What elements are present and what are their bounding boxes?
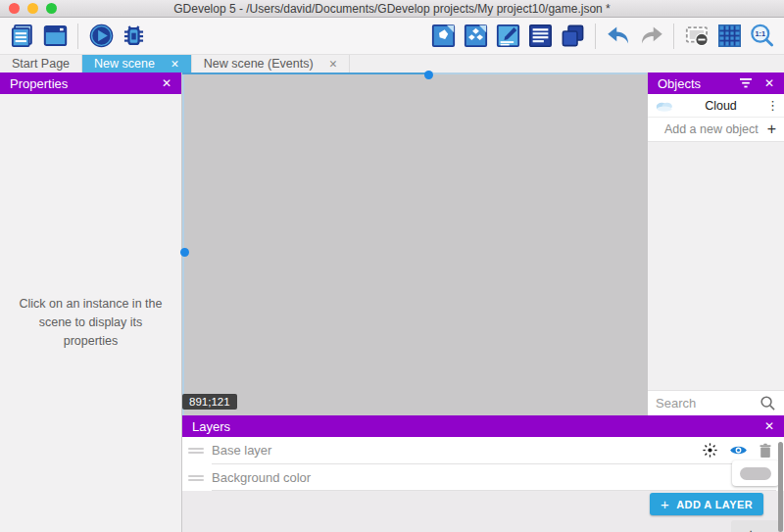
layer-name-field[interactable]: Base layer — [212, 443, 702, 458]
layer-name-field[interactable]: Background color — [212, 470, 776, 485]
objects-panel: Objects ✕ Cloud ⋮ Add a new object + — [647, 73, 784, 415]
cloud-object-thumbnail — [654, 99, 675, 112]
add-lighting-layer-button[interactable]: + — [731, 520, 779, 532]
toggle-grid-button[interactable] — [714, 22, 744, 51]
color-swatch — [740, 467, 771, 480]
debugger-button[interactable] — [119, 22, 148, 51]
layers-panel-header: Layers ✕ — [182, 415, 784, 437]
toolbar-separator — [673, 24, 674, 49]
toolbar-separator — [595, 24, 596, 49]
tab-start-page[interactable]: Start Page — [0, 55, 82, 73]
properties-empty-message: Click on an instance in the scene to dis… — [0, 94, 181, 532]
close-panel-icon[interactable]: ✕ — [764, 76, 774, 90]
bug-icon — [121, 23, 147, 49]
layer-visibility-button[interactable] — [729, 444, 748, 457]
properties-panel: Properties ✕ Click on an instance in the… — [0, 73, 182, 532]
toolbar: 1:1 — [0, 18, 784, 55]
redo-icon — [638, 23, 664, 49]
toolbar-separator — [77, 24, 78, 49]
undo-button[interactable] — [604, 22, 633, 51]
search-input[interactable] — [656, 396, 754, 411]
cursor-coordinates-badge: 891;121 — [182, 394, 237, 410]
grid-icon — [716, 23, 743, 49]
objects-editor-icon — [430, 23, 457, 49]
scene-window-border-top — [428, 73, 647, 74]
objects-panel-title: Objects — [658, 76, 701, 91]
toggle-mask-button[interactable] — [682, 22, 711, 51]
window-mask-icon — [684, 23, 710, 49]
objects-editor-button[interactable] — [428, 22, 458, 51]
add-object-label: Add a new object — [656, 122, 767, 136]
layer-effects-button[interactable] — [702, 442, 718, 459]
svg-text:1:1: 1:1 — [755, 29, 765, 38]
scrollbar-thumb[interactable] — [778, 442, 783, 532]
tab-label: New scene (Events) — [204, 57, 314, 71]
objects-panel-header: Objects ✕ — [648, 73, 784, 94]
zoom-window-button[interactable] — [46, 3, 57, 14]
effects-sun-icon — [702, 442, 718, 459]
close-window-button[interactable] — [9, 3, 20, 14]
layer-row-base: Base layer — [182, 437, 784, 464]
scene-properties-button[interactable] — [493, 22, 522, 51]
titlebar: GDevelop 5 - /Users/david/Documents/GDev… — [0, 0, 784, 18]
add-new-object-button[interactable]: Add a new object + — [648, 118, 784, 142]
plus-icon: + — [747, 525, 756, 532]
scene-window-border-top — [182, 73, 428, 74]
scene-canvas[interactable]: 891;121 — [182, 73, 647, 415]
object-name: Cloud — [675, 99, 766, 113]
objects-search-bar — [648, 390, 784, 415]
eye-icon — [729, 444, 748, 457]
tab-bar: Start Page New scene ✕ New scene (Events… — [0, 55, 784, 73]
properties-panel-header: Properties ✕ — [0, 73, 181, 94]
start-page-button[interactable] — [40, 22, 70, 51]
scene-window-border-left — [182, 74, 184, 415]
plus-icon: + — [767, 121, 776, 138]
layers-editor-button[interactable] — [558, 22, 587, 51]
preview-button[interactable] — [86, 22, 116, 51]
plus-icon: + — [661, 496, 669, 512]
redo-button[interactable] — [636, 22, 665, 51]
drag-handle-icon[interactable] — [188, 446, 204, 456]
gdevelop-window: GDevelop 5 - /Users/david/Documents/GDev… — [0, 0, 784, 532]
tab-new-scene[interactable]: New scene ✕ — [82, 55, 192, 73]
window-icon — [42, 23, 69, 49]
instances-list-button[interactable] — [525, 22, 555, 51]
drag-handle-icon[interactable] — [188, 473, 204, 483]
close-panel-icon[interactable]: ✕ — [162, 76, 172, 90]
background-color-picker[interactable] — [732, 460, 779, 486]
close-tab-icon[interactable]: ✕ — [171, 58, 179, 70]
layers-panel: Layers ✕ Base layer — [182, 415, 784, 532]
main-area: Properties ✕ Click on an instance in the… — [0, 73, 784, 532]
edit-properties-icon — [495, 23, 521, 49]
window-title: GDevelop 5 - /Users/david/Documents/GDev… — [0, 2, 784, 16]
object-groups-editor-button[interactable] — [461, 22, 490, 51]
tab-label: Start Page — [12, 57, 70, 71]
delete-layer-button[interactable] — [759, 443, 772, 459]
resize-handle[interactable] — [180, 248, 189, 257]
properties-panel-title: Properties — [10, 76, 68, 91]
add-layer-label: ADD A LAYER — [676, 499, 753, 510]
object-list-item-cloud[interactable]: Cloud ⋮ — [648, 94, 784, 118]
search-icon[interactable] — [760, 395, 776, 411]
add-layer-button[interactable]: + ADD A LAYER — [650, 493, 763, 515]
window-controls — [9, 3, 57, 14]
tab-new-scene-events[interactable]: New scene (Events) ✕ — [192, 55, 351, 73]
project-manager-button[interactable] — [8, 22, 37, 51]
layer-row-background-color: Background color — [182, 464, 784, 491]
object-menu-icon[interactable]: ⋮ — [766, 98, 778, 113]
trash-icon — [759, 443, 772, 459]
zoom-1-1-icon: 1:1 — [749, 23, 775, 49]
undo-icon — [606, 23, 632, 49]
layers-panel-footer: + ADD A LAYER + — [182, 491, 784, 532]
zoom-original-button[interactable]: 1:1 — [747, 22, 776, 51]
project-manager-icon — [10, 23, 36, 49]
tab-label: New scene — [94, 57, 155, 71]
instances-list-icon — [527, 23, 554, 49]
object-groups-icon — [463, 23, 489, 49]
close-tab-icon[interactable]: ✕ — [329, 58, 338, 70]
close-panel-icon[interactable]: ✕ — [764, 419, 774, 433]
filter-icon[interactable] — [739, 77, 753, 89]
minimize-window-button[interactable] — [27, 3, 38, 14]
objects-panel-empty-space — [648, 142, 784, 390]
resize-handle[interactable] — [424, 71, 433, 79]
